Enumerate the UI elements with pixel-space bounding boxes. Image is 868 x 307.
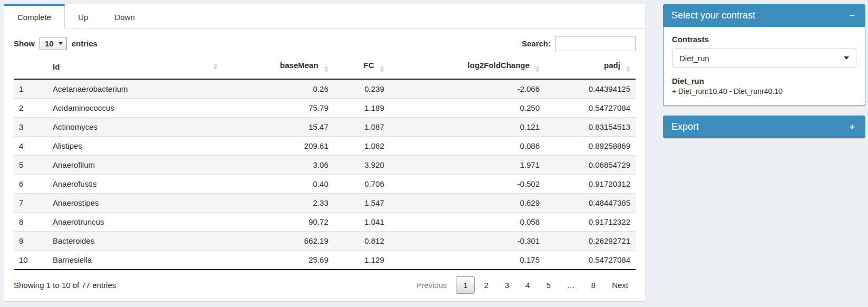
id-cell: Acetanaerobacterium <box>47 79 223 99</box>
padj-cell: 0.48447385 <box>545 194 636 213</box>
id-cell: Bacteroides <box>47 232 223 251</box>
page-button-8[interactable]: 8 <box>584 276 603 294</box>
table-row[interactable]: 4Alistipes209.611.0620.0860.89258869 <box>14 137 636 156</box>
id-cell: Actinomyces <box>47 118 223 137</box>
sidebar: Select your contrast − Contrasts Diet_ru… <box>663 4 865 301</box>
basemean-cell: 3.06 <box>223 156 334 175</box>
tab-bar: Complete Up Down <box>4 4 645 29</box>
contrast-box-header: Select your contrast − <box>663 4 865 27</box>
id-cell: Alistipes <box>47 137 223 156</box>
table-header-row: Id baseMean FC log2FoldChange <box>14 54 636 79</box>
basemean-cell: 2.33 <box>223 194 334 213</box>
column-header-basemean[interactable]: baseMean <box>223 54 334 79</box>
table-row[interactable]: 10Barnesiella25.691.1290.1750.54727084 <box>14 251 636 270</box>
tab-down[interactable]: Down <box>101 4 148 29</box>
table-row[interactable]: 5Anaerofilum3.063.9201.9710.06854729 <box>14 156 636 175</box>
padj-cell: 0.44394125 <box>545 79 636 99</box>
table-row[interactable]: 2Acidaminococcus75.791.1890.2500.5472708… <box>14 99 636 118</box>
results-table: Id baseMean FC log2FoldChange <box>14 54 636 270</box>
fc-cell: 1.547 <box>334 194 389 213</box>
log2foldchange-cell: 0.175 <box>389 251 545 270</box>
log2foldchange-cell: 0.086 <box>389 137 545 156</box>
column-header-log2foldchange[interactable]: log2FoldChange <box>389 54 545 79</box>
column-header-fc[interactable]: FC <box>334 54 389 79</box>
log2foldchange-cell: 1.971 <box>389 156 545 175</box>
page-length-value: 10 <box>45 39 54 48</box>
column-header-fc-label: FC <box>364 61 374 70</box>
basemean-cell: 90.72 <box>223 213 334 232</box>
contrast-box: Select your contrast − Contrasts Diet_ru… <box>663 4 865 106</box>
table-footer: Showing 1 to 10 of 77 entries Previous12… <box>4 270 645 301</box>
padj-cell: 0.89258869 <box>545 137 636 156</box>
page-button-1[interactable]: 1 <box>456 276 475 294</box>
row-number: 9 <box>14 232 47 251</box>
table-row[interactable]: 9Bacteroides662.190.812-0.3010.26292721 <box>14 232 636 251</box>
table-row[interactable]: 7Anaerostipes2.331.5470.6290.48447385 <box>14 194 636 213</box>
basemean-cell: 15.47 <box>223 118 334 137</box>
tab-down-label: Down <box>114 13 134 22</box>
column-header-basemean-label: baseMean <box>280 61 318 70</box>
column-header-id-label: Id <box>53 62 60 71</box>
contrasts-label: Contrasts <box>672 35 856 44</box>
row-number: 8 <box>14 213 47 232</box>
log2foldchange-cell: 0.250 <box>389 99 545 118</box>
fc-cell: 1.189 <box>334 99 389 118</box>
search-label: Search: <box>522 39 551 48</box>
expand-icon[interactable]: + <box>847 121 857 132</box>
row-number: 7 <box>14 194 47 213</box>
tab-up-label: Up <box>78 13 88 22</box>
entries-label: entries <box>72 39 97 48</box>
basemean-cell: 0.40 <box>223 175 334 194</box>
basemean-cell: 75.79 <box>223 99 334 118</box>
table-row[interactable]: 3Actinomyces15.471.0870.1210.83154513 <box>14 118 636 137</box>
id-cell: Barnesiella <box>47 251 223 270</box>
fc-cell: 1.129 <box>334 251 389 270</box>
fc-cell: 3.920 <box>334 156 389 175</box>
chevron-down-icon <box>844 56 849 60</box>
table-row[interactable]: 1Acetanaerobacterium0.260.239-2.0660.443… <box>14 79 636 99</box>
padj-cell: 0.26292721 <box>545 232 636 251</box>
page-button-4[interactable]: 4 <box>518 276 537 294</box>
fc-cell: 1.062 <box>334 137 389 156</box>
log2foldchange-cell: -2.066 <box>389 79 545 99</box>
id-cell: Anaerofustis <box>47 175 223 194</box>
id-cell: Acidaminococcus <box>47 99 223 118</box>
search-input[interactable] <box>555 36 636 51</box>
collapse-icon[interactable]: − <box>847 10 857 21</box>
padj-cell: 0.54727084 <box>545 99 636 118</box>
row-number: 2 <box>14 99 47 118</box>
page-button-3[interactable]: 3 <box>498 276 516 294</box>
table-row[interactable]: 6Anaerofustis0.400.706-0.5020.91720312 <box>14 175 636 194</box>
row-number: 1 <box>14 79 47 99</box>
export-box-title: Export <box>671 121 699 132</box>
contrast-box-body: Contrasts Diet_run Diet_run + Diet_runr1… <box>663 27 865 106</box>
column-header-padj[interactable]: padj <box>545 54 636 79</box>
basemean-cell: 209.61 <box>223 137 334 156</box>
column-header-id[interactable]: Id <box>47 54 223 79</box>
page-button-previous[interactable]: Previous <box>409 276 454 294</box>
page-button-2[interactable]: 2 <box>476 276 495 294</box>
page-button-…[interactable]: … <box>560 276 582 294</box>
contrast-formula: + Diet_runr10.40 - Diet_runr40.10 <box>672 87 856 95</box>
log2foldchange-cell: 0.629 <box>389 194 545 213</box>
sort-icon <box>626 66 630 72</box>
row-number: 4 <box>14 137 47 156</box>
page-length-select[interactable]: 10 <box>40 37 67 50</box>
pagination: Previous12345…8Next <box>407 276 636 294</box>
contrast-name: Diet_run <box>672 76 856 85</box>
column-header-rownum <box>14 54 47 79</box>
table-row[interactable]: 8Anaerotruncus90.721.0410.0580.91712322 <box>14 213 636 232</box>
page-button-5[interactable]: 5 <box>539 276 558 294</box>
tab-up[interactable]: Up <box>65 4 101 29</box>
column-header-padj-label: padj <box>604 61 620 70</box>
sort-icon <box>535 66 540 72</box>
sort-icon <box>324 66 328 72</box>
log2foldchange-cell: -0.301 <box>389 232 545 251</box>
fc-cell: 1.087 <box>334 118 389 137</box>
tab-complete[interactable]: Complete <box>4 4 65 29</box>
row-number: 6 <box>14 175 47 194</box>
page: Complete Up Down Show 10 entries Search: <box>0 0 868 301</box>
id-cell: Anaerotruncus <box>47 213 223 232</box>
contrast-select[interactable]: Diet_run <box>672 49 856 68</box>
page-button-next[interactable]: Next <box>604 276 636 294</box>
